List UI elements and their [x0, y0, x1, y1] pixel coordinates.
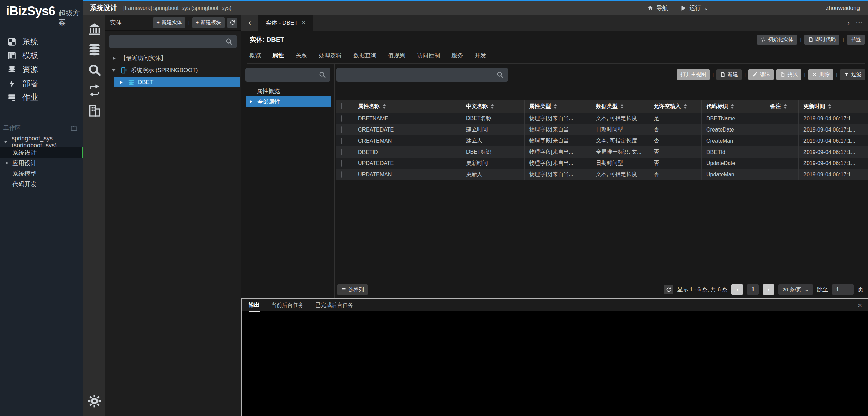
column-header-7[interactable]: 更新时间: [799, 100, 868, 113]
column-header-6[interactable]: 备注: [765, 100, 799, 113]
column-header-2[interactable]: 属性类型: [525, 100, 591, 113]
tab-service[interactable]: 服务: [451, 52, 463, 64]
chevron-right-icon[interactable]: [120, 81, 123, 84]
entity-search-input[interactable]: [109, 35, 237, 48]
attribute-search-input[interactable]: [245, 68, 330, 82]
column-header-5[interactable]: 代码标识: [702, 100, 765, 113]
tree-item-system-demo[interactable]: 系统演示 (SPRINGBOOT): [105, 65, 241, 75]
tab-logic[interactable]: 处理逻辑: [319, 52, 342, 64]
init-entity-button[interactable]: 初始化实体: [757, 35, 797, 45]
tab-dataquery[interactable]: 数据查询: [353, 52, 376, 64]
sidebar-item-deploy[interactable]: 部署: [0, 76, 83, 90]
sidebar-item-resource[interactable]: 资源: [0, 63, 83, 76]
column-header-4[interactable]: 允许空输入: [649, 100, 702, 113]
copy-button[interactable]: 拷贝: [776, 69, 801, 80]
open-main-view-button[interactable]: 打开主视图: [677, 69, 710, 80]
tab-scroll-left-button[interactable]: ‹: [241, 15, 258, 31]
sort-icon[interactable]: [828, 104, 831, 109]
table-row[interactable]: UPDATEMAN更新人物理字段[来自当...文本, 可指定长度否UpdateM…: [336, 169, 868, 180]
database-icon[interactable]: [83, 39, 105, 60]
tab-finished-tasks[interactable]: 已完成后台任务: [315, 299, 353, 311]
nav-menu-button[interactable]: 导航: [647, 4, 668, 12]
sort-icon[interactable]: [383, 104, 386, 109]
sort-icon[interactable]: [731, 104, 734, 109]
bookmark-button[interactable]: 书签: [847, 35, 865, 45]
sort-icon[interactable]: [554, 104, 557, 109]
table-row[interactable]: CREATEMAN建立人物理字段[来自当...文本, 可指定长度否CreateM…: [336, 135, 868, 146]
tab-valuerule[interactable]: 值规则: [388, 52, 405, 64]
chevron-down-icon[interactable]: [112, 69, 116, 72]
tab-output[interactable]: 输出: [249, 299, 260, 312]
refresh-tree-button[interactable]: [227, 18, 237, 28]
chevron-right-icon[interactable]: [6, 161, 8, 165]
page-size-select[interactable]: 20 条/页 ⌄: [778, 284, 813, 295]
sort-icon[interactable]: [491, 104, 494, 109]
tree-item-system-design[interactable]: 系统设计: [0, 147, 83, 158]
sidebar-item-template[interactable]: 模板: [0, 49, 83, 63]
new-entity-button[interactable]: + 新建实体: [153, 17, 185, 28]
tab-menu-button[interactable]: ⋯: [856, 19, 863, 27]
sort-icon[interactable]: [684, 104, 687, 109]
grid-search-input[interactable]: [336, 68, 508, 82]
search-icon[interactable]: [83, 60, 105, 80]
select-all-checkbox[interactable]: [341, 103, 342, 109]
tab-current-tasks[interactable]: 当前后台任务: [271, 299, 304, 311]
tree-item-code-dev[interactable]: 代码开发: [0, 179, 83, 189]
username[interactable]: zhouweidong: [826, 5, 860, 12]
row-checkbox[interactable]: [341, 160, 342, 167]
prev-page-button[interactable]: ‹: [731, 284, 743, 295]
jump-page-input[interactable]: 1: [832, 284, 854, 295]
sync-icon[interactable]: [83, 80, 105, 101]
tab-access[interactable]: 访问控制: [417, 52, 440, 64]
next-page-button[interactable]: ›: [763, 284, 774, 295]
row-checkbox[interactable]: [341, 115, 342, 122]
tree-item-all-attributes[interactable]: 全部属性: [246, 96, 331, 107]
building-icon[interactable]: [83, 101, 105, 121]
sort-icon[interactable]: [620, 104, 624, 109]
instant-code-button[interactable]: 即时代码: [804, 35, 839, 45]
close-icon[interactable]: ×: [302, 19, 305, 27]
tree-item-dbet[interactable]: DBET: [114, 77, 240, 87]
column-header-0[interactable]: 属性名称: [353, 100, 461, 113]
select-columns-button[interactable]: 选择列: [337, 284, 368, 295]
tab-scroll-right-button[interactable]: ›: [847, 19, 850, 27]
tab-attributes[interactable]: 属性: [272, 52, 284, 64]
tree-item-app-design[interactable]: 应用设计: [0, 158, 83, 168]
bank-icon[interactable]: [83, 19, 105, 39]
table-row[interactable]: DBETNAMEDBET名称物理字段[来自当...文本, 可指定长度是DBETN…: [336, 113, 868, 124]
tab-develop[interactable]: 开发: [475, 52, 486, 64]
chevron-right-icon[interactable]: [113, 57, 116, 60]
tree-item-springboot-sys[interactable]: springboot_sys (springboot_sys): [0, 137, 83, 147]
sort-icon[interactable]: [784, 104, 787, 109]
folder-icon[interactable]: [70, 124, 78, 132]
row-checkbox[interactable]: [341, 171, 342, 178]
chevron-down-icon[interactable]: [4, 141, 7, 143]
column-header-3[interactable]: 数据类型: [591, 100, 649, 113]
tab-overview[interactable]: 概览: [249, 52, 261, 64]
run-button[interactable]: 运行 ⌄: [680, 4, 708, 12]
tree-item-recent-entities[interactable]: 【最近访问实体】: [105, 53, 241, 64]
edit-button[interactable]: 编辑: [748, 69, 774, 80]
delete-button[interactable]: 删除: [808, 69, 833, 80]
row-checkbox[interactable]: [341, 138, 342, 144]
current-page[interactable]: 1: [747, 284, 759, 295]
close-icon[interactable]: ×: [858, 301, 862, 309]
chevron-right-icon[interactable]: [250, 100, 252, 103]
filter-button[interactable]: 过滤: [840, 69, 865, 80]
gear-icon[interactable]: [83, 391, 105, 411]
table-row[interactable]: CREATEDATE建立时间物理字段[来自当...日期时间型否CreateDat…: [336, 124, 868, 135]
sidebar-item-system[interactable]: 系统: [0, 35, 83, 49]
search-icon: [319, 71, 326, 79]
row-checkbox[interactable]: [341, 149, 342, 155]
table-row[interactable]: UPDATEDATE更新时间物理字段[来自当...日期时间型否UpdateDat…: [336, 158, 868, 169]
new-button[interactable]: 新建: [716, 69, 742, 80]
column-header-1[interactable]: 中文名称: [461, 100, 525, 113]
table-row[interactable]: DBETIDDBET标识物理字段[来自当...全局唯一标识, 文...否DBET…: [336, 146, 868, 158]
new-module-button[interactable]: + 新建模块: [192, 17, 225, 28]
tab-entity-dbet[interactable]: 实体 - DBET ×: [258, 15, 313, 31]
row-checkbox[interactable]: [341, 126, 342, 133]
tree-item-system-model[interactable]: 系统模型: [0, 168, 83, 179]
refresh-grid-button[interactable]: [664, 285, 673, 294]
sidebar-item-job[interactable]: 作业: [0, 90, 83, 104]
tab-relations[interactable]: 关系: [296, 52, 307, 64]
